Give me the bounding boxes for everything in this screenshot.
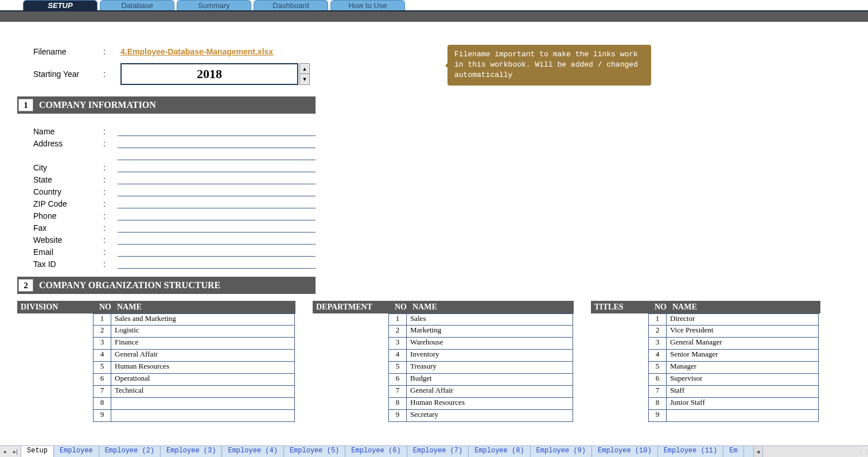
row-name-cell[interactable]: Director — [667, 313, 819, 326]
department-table: DEPARTMENT NO NAME 1Sales2Marketing3Ware… — [313, 301, 574, 422]
section-number: 2 — [18, 279, 33, 292]
company-field-input[interactable] — [118, 174, 316, 184]
table-spacer — [591, 338, 648, 350]
tab-summary[interactable]: Summary — [177, 0, 251, 10]
row-name-cell[interactable]: Logistic — [111, 326, 295, 338]
row-number: 7 — [648, 386, 667, 398]
row-name-cell[interactable]: Human Resources — [111, 362, 295, 374]
table-row: 1Director — [591, 313, 820, 326]
column-name: NAME — [669, 303, 697, 312]
column-no: NO — [652, 303, 669, 312]
row-name-cell[interactable]: Treasury — [407, 362, 573, 374]
company-field-input[interactable] — [118, 222, 316, 233]
company-field-label: ZIP Code — [17, 199, 103, 208]
row-name-cell[interactable] — [667, 410, 819, 422]
tab-database[interactable]: Database — [100, 0, 174, 10]
tab-how-to-use[interactable]: How to Use — [330, 0, 405, 10]
row-name-cell[interactable]: Vice President — [667, 326, 819, 338]
company-field-input[interactable] — [118, 198, 316, 208]
table-row: 7Technical — [17, 386, 295, 398]
row-name-cell[interactable]: General Manager — [667, 338, 819, 350]
row-name-cell[interactable]: General Affair — [111, 350, 295, 362]
colon: : — [103, 127, 118, 136]
company-field-input[interactable] — [118, 246, 316, 257]
company-field-input[interactable] — [118, 162, 316, 172]
table-spacer — [313, 313, 388, 326]
row-name-cell[interactable]: Manager — [667, 362, 819, 374]
filename-tooltip: Filename important to make the links wor… — [447, 45, 651, 86]
table-row: 6Operational — [17, 374, 295, 386]
row-name-cell[interactable]: Budget — [407, 374, 573, 386]
row-number: 9 — [648, 410, 667, 422]
table-row: 6Supervisor — [591, 374, 820, 386]
row-name-cell[interactable]: Sales and Marketing — [111, 313, 295, 326]
company-field-label: Country — [17, 187, 103, 196]
table-spacer — [313, 362, 388, 374]
column-name: NAME — [114, 303, 142, 312]
tab-dashboard[interactable]: Dashboard — [254, 0, 328, 10]
row-name-cell[interactable] — [111, 398, 295, 410]
company-field-row: ZIP Code: — [17, 196, 851, 208]
year-spinner-up[interactable]: ▲ — [300, 64, 309, 74]
row-number: 1 — [93, 313, 111, 326]
row-name-cell[interactable]: Senior Manager — [667, 350, 819, 362]
row-name-cell[interactable]: Finance — [111, 338, 295, 350]
colon: : — [103, 199, 118, 208]
table-row: 9 — [591, 410, 820, 422]
filename-label: Filename — [17, 47, 103, 56]
table-row: 4General Affair — [17, 350, 295, 362]
row-name-cell[interactable]: Staff — [667, 386, 819, 398]
row-name-cell[interactable]: Junior Staff — [667, 398, 819, 410]
row-number: 7 — [93, 386, 111, 398]
starting-year-input[interactable]: 2018 — [120, 63, 298, 85]
table-row: 4Inventory — [313, 350, 574, 362]
row-name-cell[interactable] — [111, 410, 295, 422]
table-row: 7General Affair — [313, 386, 574, 398]
table-spacer — [17, 398, 93, 410]
company-field-input[interactable] — [118, 150, 316, 160]
table-spacer — [591, 326, 648, 338]
colon: : — [103, 187, 118, 196]
company-field-row: Fax: — [17, 220, 851, 233]
starting-year-label: Starting Year — [17, 69, 103, 79]
company-field-input[interactable] — [118, 138, 316, 148]
company-field-input[interactable] — [118, 186, 316, 196]
row-number: 6 — [388, 374, 407, 386]
table-row: 5Human Resources — [17, 362, 295, 374]
row-name-cell[interactable]: Supervisor — [667, 374, 819, 386]
row-number: 9 — [93, 410, 111, 422]
year-spinner-down[interactable]: ▼ — [300, 74, 309, 84]
table-row: 5Treasury — [313, 362, 574, 374]
table-spacer — [591, 374, 648, 386]
table-spacer — [313, 374, 388, 386]
company-field-input[interactable] — [118, 234, 316, 245]
row-name-cell[interactable]: Secretary — [407, 410, 573, 422]
row-number: 3 — [93, 338, 111, 350]
colon: : — [103, 211, 118, 220]
row-number: 5 — [388, 362, 407, 374]
company-field-row: Email: — [17, 245, 851, 257]
table-row: 1Sales — [313, 313, 574, 326]
row-name-cell[interactable]: Technical — [111, 386, 295, 398]
row-name-cell[interactable]: Operational — [111, 374, 295, 386]
company-field-input[interactable] — [118, 258, 316, 269]
table-spacer — [17, 410, 93, 422]
row-name-cell[interactable]: Marketing — [407, 326, 573, 338]
table-spacer — [313, 386, 388, 398]
filename-link[interactable]: 4.Employee-Database-Management.xlsx — [120, 47, 273, 56]
tab-setup[interactable]: SETUP — [23, 0, 98, 10]
row-name-cell[interactable]: Human Resources — [407, 398, 573, 410]
table-row: 2Vice President — [591, 326, 820, 338]
row-number: 8 — [93, 398, 111, 410]
row-name-cell[interactable]: Sales — [407, 313, 573, 326]
row-name-cell[interactable]: Warehouse — [407, 338, 573, 350]
company-field-input[interactable] — [118, 126, 316, 136]
table-row: 3Finance — [17, 338, 295, 350]
company-field-row: Address: — [17, 136, 851, 148]
company-field-input[interactable] — [118, 210, 316, 220]
section-company-information: 1 COMPANY INFORMATION — [17, 96, 316, 114]
table-spacer — [313, 410, 388, 422]
company-field-row: Phone: — [17, 208, 851, 220]
row-name-cell[interactable]: General Affair — [407, 386, 573, 398]
row-name-cell[interactable]: Inventory — [407, 350, 573, 362]
